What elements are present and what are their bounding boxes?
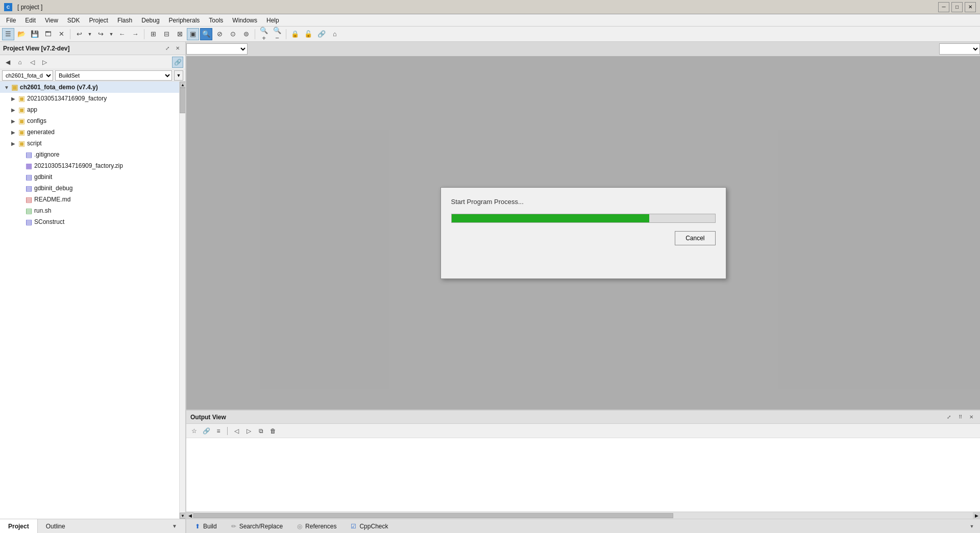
zip-label: 20210305134716909_factory.zip <box>34 162 123 169</box>
maximize-button[interactable]: □ <box>951 2 963 12</box>
outline-arrow-icon: ▼ <box>172 523 177 529</box>
tree-item-script[interactable]: ▶ ▣ script <box>0 138 179 149</box>
toolbar-open-btn[interactable]: 📂 <box>15 28 28 40</box>
buildset-dropdown[interactable]: BuildSet <box>55 70 172 81</box>
panel-prev-btn[interactable]: ◁ <box>27 57 38 68</box>
project-dropdown[interactable]: ch2601_fota_d <box>2 70 53 81</box>
tree-item-gdbinit[interactable]: ▶ ▤ gdbinit <box>0 171 179 183</box>
tree-item-app[interactable]: ▶ ▣ app <box>0 104 179 115</box>
toolbar-stop-btn[interactable]: ⊘ <box>213 28 226 40</box>
h-scroll-right-btn[interactable]: ▶ <box>973 512 980 519</box>
output-resize-btn[interactable]: ⠿ <box>955 413 965 422</box>
tree-item-factory[interactable]: ▶ ▣ 20210305134716909_factory <box>0 93 179 104</box>
output-close-btn[interactable]: ✕ <box>967 413 976 422</box>
menu-view[interactable]: View <box>41 16 62 25</box>
scrollbar-thumb[interactable] <box>180 88 185 113</box>
toolbar-layout-btn[interactable]: ☰ <box>2 28 14 40</box>
toolbar-search-btn2[interactable]: 🔍 <box>200 28 212 40</box>
toolbar-link-btn[interactable]: 🔗 <box>315 28 328 40</box>
tab-cppcheck[interactable]: ☑ CppCheck <box>344 521 395 532</box>
tree-root-item[interactable]: ▼ ▣ ch2601_fota_demo (v7.4.y) <box>0 82 179 93</box>
toolbar-undo-btn[interactable]: ↩ <box>73 28 85 40</box>
menu-file[interactable]: File <box>2 16 20 25</box>
tab-bar-arrow[interactable]: ▼ <box>966 521 978 532</box>
tab-build[interactable]: ⬆ Build <box>188 521 224 532</box>
toolbar-bookmark-btn[interactable]: ⊞ <box>147 28 159 40</box>
toolbar-search-highlight-btn[interactable]: ▣ <box>187 28 199 40</box>
output-next-btn[interactable]: ▷ <box>243 425 254 437</box>
generated-expand-icon: ▶ <box>11 130 18 135</box>
tree-item-gdbinit-debug[interactable]: ▶ ▤ gdbinit_debug <box>0 183 179 194</box>
menu-edit[interactable]: Edit <box>21 16 40 25</box>
toolbar-prev-bookmark-btn[interactable]: ⊟ <box>160 28 173 40</box>
h-scrollbar[interactable]: ◀ ▶ <box>186 512 980 519</box>
output-header: Output View ⤢ ⠿ ✕ <box>186 411 980 424</box>
menu-tools[interactable]: Tools <box>205 16 227 25</box>
script-folder-icon: ▣ <box>18 139 25 147</box>
scrollbar-up-btn[interactable]: ▲ <box>180 82 185 88</box>
toolbar-forward-btn[interactable]: → <box>129 28 141 40</box>
toolbar-undo-arrow[interactable]: ▼ <box>86 28 93 40</box>
tab-search-replace[interactable]: ✏ Search/Replace <box>225 521 289 532</box>
toolbar-back-btn[interactable]: ← <box>116 28 128 40</box>
toolbar-redo-arrow[interactable]: ▼ <box>108 28 115 40</box>
menu-flash[interactable]: Flash <box>113 16 136 25</box>
close-button[interactable]: ✕ <box>965 2 976 12</box>
tree-item-gitignore[interactable]: ▶ ▤ .gitignore <box>0 149 179 160</box>
output-expand-btn[interactable]: ⤢ <box>944 413 953 422</box>
output-prev-btn[interactable]: ◁ <box>231 425 242 437</box>
toolbar-lock-btn[interactable]: 🔒 <box>289 28 301 40</box>
panel-back-btn[interactable]: ◀ <box>2 57 13 68</box>
output-content <box>186 438 980 512</box>
toolbar-step-btn[interactable]: ⊚ <box>240 28 252 40</box>
tree-scrollbar[interactable]: ▲ ▼ <box>179 82 185 519</box>
h-scrollbar-thumb[interactable] <box>193 513 673 518</box>
toolbar-save-btn[interactable]: 💾 <box>29 28 41 40</box>
output-link-btn[interactable]: 🔗 <box>201 425 212 437</box>
tree-item-runsh[interactable]: ▶ ▤ run.sh <box>0 205 179 216</box>
toolbar-next-bookmark-btn[interactable]: ⊠ <box>174 28 186 40</box>
menu-help[interactable]: Help <box>262 16 283 25</box>
h-scrollbar-track[interactable] <box>193 513 973 518</box>
output-copy-btn[interactable]: ⧉ <box>255 425 266 437</box>
toolbar-zoom-out-btn[interactable]: 🔍− <box>271 28 283 40</box>
editor-file-dropdown2[interactable] <box>939 43 980 55</box>
panel-expand-btn[interactable]: ⤢ <box>163 44 172 53</box>
cppcheck-label: CppCheck <box>359 523 388 530</box>
panel-link-btn[interactable]: 🔗 <box>172 57 183 68</box>
tree-item-zip[interactable]: ▶ ▦ 20210305134716909_factory.zip <box>0 160 179 171</box>
editor-file-dropdown1[interactable] <box>186 43 248 55</box>
toolbar-zoom-in-btn[interactable]: 🔍+ <box>258 28 270 40</box>
tab-references[interactable]: ◎ References <box>290 521 343 532</box>
tree-item-sconstruct[interactable]: ▶ ▤ SConstruct <box>0 216 179 227</box>
toolbar-redo-btn[interactable]: ↪ <box>94 28 107 40</box>
output-clear-btn[interactable]: 🗑 <box>267 425 279 437</box>
panel-close-btn[interactable]: ✕ <box>173 44 182 53</box>
h-scroll-left-btn[interactable]: ◀ <box>186 512 193 519</box>
toolbar-window-btn[interactable]: 🗔 <box>42 28 54 40</box>
toolbar-home-btn[interactable]: ⌂ <box>329 28 341 40</box>
menu-sdk[interactable]: SDK <box>63 16 84 25</box>
toolbar-unlock-btn[interactable]: 🔓 <box>302 28 314 40</box>
sep2 <box>144 29 144 39</box>
output-list-btn[interactable]: ≡ <box>213 425 224 437</box>
menu-windows[interactable]: Windows <box>228 16 261 25</box>
cancel-button[interactable]: Cancel <box>675 231 715 245</box>
menu-peripherals[interactable]: Peripherals <box>165 16 204 25</box>
panel-next-btn[interactable]: ▷ <box>39 57 50 68</box>
app-expand-icon: ▶ <box>11 107 18 113</box>
toolbar-pause-btn[interactable]: ⊙ <box>227 28 239 40</box>
menu-debug[interactable]: Debug <box>137 16 163 25</box>
tab-project[interactable]: Project <box>0 519 38 533</box>
buildset-arrow-btn[interactable]: ▼ <box>174 70 183 81</box>
tree-item-generated[interactable]: ▶ ▣ generated <box>0 126 179 138</box>
tab-outline[interactable]: Outline ▼ <box>38 521 185 532</box>
menu-project[interactable]: Project <box>85 16 112 25</box>
scrollbar-down-btn[interactable]: ▼ <box>180 513 185 519</box>
panel-home-btn[interactable]: ⌂ <box>14 57 26 68</box>
output-star-btn[interactable]: ☆ <box>188 425 200 437</box>
tree-item-readme[interactable]: ▶ ▤ README.md <box>0 194 179 205</box>
tree-item-configs[interactable]: ▶ ▣ configs <box>0 115 179 126</box>
toolbar-close-btn[interactable]: ✕ <box>55 28 67 40</box>
minimize-button[interactable]: ─ <box>938 2 949 12</box>
